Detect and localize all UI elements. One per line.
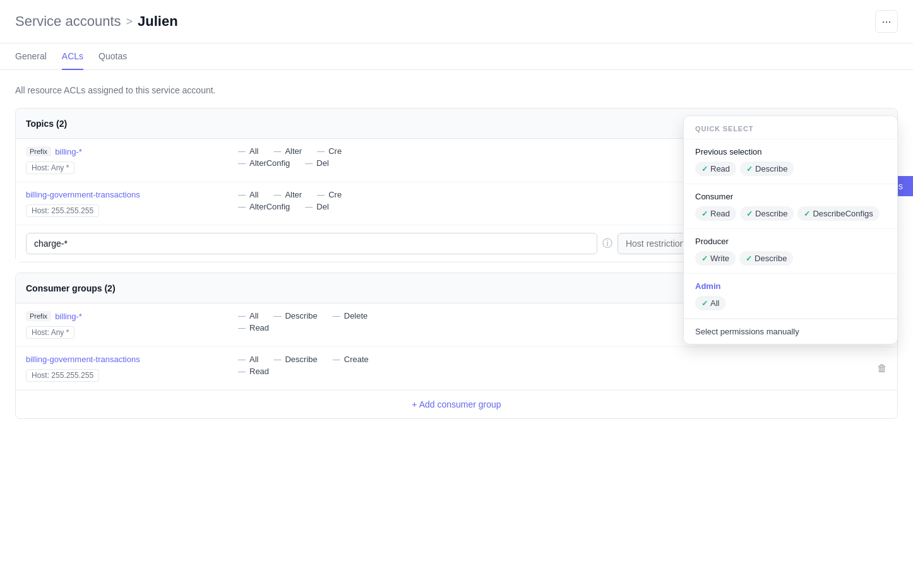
qs-producer-chips: ✓ Write ✓ Describe [695, 251, 886, 266]
qs-chip-write[interactable]: ✓ Write [695, 251, 736, 266]
topic-row-2-tags: billing-government-transactions [26, 190, 228, 199]
topic-row-2-left: billing-government-transactions Host: 25… [26, 190, 228, 217]
more-options-button[interactable]: ··· [875, 10, 898, 33]
quick-select-consumer-section: Consumer ✓ Read ✓ Describe ✓ DescribeCon… [684, 184, 897, 229]
qs-admin-chips: ✓ All [695, 296, 886, 310]
info-icon[interactable]: ⓘ [602, 237, 612, 250]
tab-quotas[interactable]: Quotas [98, 44, 127, 70]
tab-acls[interactable]: ACLs [62, 44, 83, 70]
breadcrumb: Service accounts > Julien [15, 13, 178, 30]
select-permissions-manually[interactable]: Select permissions manually [684, 319, 897, 344]
perm-item: — Del [305, 202, 329, 211]
qs-chip-describe[interactable]: ✓ Describe [740, 206, 794, 221]
topic-row-1-name[interactable]: billing-* [55, 147, 82, 156]
qs-producer-title: Producer [695, 237, 886, 246]
tab-general[interactable]: General [15, 44, 47, 70]
qs-chip-describe-label: Describe [755, 164, 787, 173]
perm-item: — Describe [273, 355, 317, 364]
perm-item: — Describe [273, 311, 317, 320]
quick-select-previous-section: Previous selection ✓ Read ✓ Describe [684, 139, 897, 184]
quick-select-header: QUICK SELECT [684, 116, 897, 139]
perm-item: — All [238, 355, 258, 364]
qs-label: Read [710, 209, 730, 218]
qs-previous-title: Previous selection [695, 147, 886, 156]
qs-chip-read-label: Read [710, 164, 730, 173]
check-icon: ✓ [701, 165, 708, 173]
qs-label: Describe [755, 254, 787, 263]
topic-row-1-left: Prefix billing-* Host: Any * [26, 146, 228, 174]
qs-label: All [710, 298, 719, 308]
perm-item: — Cre [317, 190, 342, 199]
perm-item: — All [238, 311, 258, 320]
table-row: billing-government-transactions Host: 25… [16, 347, 897, 390]
qs-label: Write [710, 254, 729, 263]
check-icon: ✓ [746, 165, 753, 173]
cg-row-1-left: Prefix billing-* Host: Any * [26, 311, 228, 339]
quick-select-producer-section: Producer ✓ Write ✓ Describe [684, 229, 897, 274]
qs-admin-title: Admin [695, 281, 886, 291]
tabs-bar: General ACLs Quotas [0, 44, 913, 70]
check-icon: ✓ [701, 299, 708, 308]
host-badge: Host: 255.255.255 [26, 369, 99, 382]
qs-previous-chips: ✓ Read ✓ Describe [695, 162, 886, 176]
cg-row-1-tags: Prefix billing-* [26, 311, 228, 321]
topic-row-1-tags: Prefix billing-* [26, 146, 228, 156]
qs-chip-read[interactable]: ✓ Read [695, 162, 736, 176]
qs-chip-describe[interactable]: ✓ Describe [739, 251, 793, 266]
breadcrumb-separator: > [126, 15, 133, 28]
quick-select-dropdown: QUICK SELECT Previous selection ✓ Read ✓… [683, 115, 898, 344]
breadcrumb-service-accounts[interactable]: Service accounts [15, 13, 121, 30]
perm-item: — Alter [273, 146, 302, 156]
check-icon: ✓ [701, 209, 708, 218]
main-content: nges All resource ACLs assigned to this … [0, 70, 913, 444]
qs-chip-all[interactable]: ✓ All [695, 296, 725, 310]
page-description: All resource ACLs assigned to this servi… [15, 85, 898, 95]
topic-name-input[interactable] [26, 233, 597, 254]
qs-chip-describe[interactable]: ✓ Describe [740, 162, 794, 176]
add-consumer-group-button[interactable]: + Add consumer group [16, 391, 897, 418]
perm-item: — Cre [317, 146, 342, 156]
perm-item: — Del [305, 158, 329, 168]
qs-consumer-chips: ✓ Read ✓ Describe ✓ DescribeConfigs [695, 206, 886, 221]
qs-consumer-title: Consumer [695, 192, 886, 201]
quick-select-admin-section: Admin ✓ All [684, 274, 897, 319]
prefix-tag: Prefix [26, 311, 51, 321]
breadcrumb-current: Julien [138, 13, 178, 30]
check-icon: ✓ [804, 209, 810, 218]
delete-cg-row-2-button[interactable]: 🗑 [874, 360, 890, 377]
check-icon: ✓ [701, 254, 708, 263]
prefix-tag: Prefix [26, 146, 51, 156]
topics-section-title: Topics (2) [26, 119, 67, 129]
host-badge: Host: Any * [26, 326, 75, 339]
perm-item: — Delete [333, 311, 368, 320]
perm-item: — All [238, 146, 258, 156]
add-consumer-group-row: + Add consumer group [16, 390, 897, 418]
cg-row-2-tags: billing-government-transactions [26, 355, 228, 364]
perm-item: — AlterConfig [238, 202, 290, 211]
page-header: Service accounts > Julien ··· [0, 0, 913, 44]
check-icon: ✓ [746, 209, 753, 218]
check-icon: ✓ [746, 254, 752, 263]
perm-item: — Read [238, 367, 269, 376]
perm-item: — Read [238, 323, 269, 332]
cg-row-2-left: billing-government-transactions Host: 25… [26, 355, 228, 382]
host-badge: Host: Any * [26, 162, 75, 174]
topic-row-2-name[interactable]: billing-government-transactions [26, 190, 140, 199]
qs-label: Describe [755, 209, 787, 218]
consumer-groups-section-title: Consumer groups (2) [26, 283, 116, 293]
perm-item: — All [238, 190, 258, 199]
qs-chip-read[interactable]: ✓ Read [695, 206, 736, 221]
host-badge: Host: 255.255.255 [26, 204, 99, 217]
perm-item: — AlterConfig [238, 158, 290, 168]
qs-label: DescribeConfigs [813, 209, 873, 218]
perm-item: — Create [333, 355, 369, 364]
cg-row-2-perms: — All — Describe — Create — Read [238, 355, 887, 376]
perm-item: — Alter [273, 190, 302, 199]
cg-row-2-name[interactable]: billing-government-transactions [26, 355, 140, 364]
qs-chip-describe-configs[interactable]: ✓ DescribeConfigs [797, 206, 879, 221]
cg-row-1-name[interactable]: billing-* [55, 312, 82, 321]
